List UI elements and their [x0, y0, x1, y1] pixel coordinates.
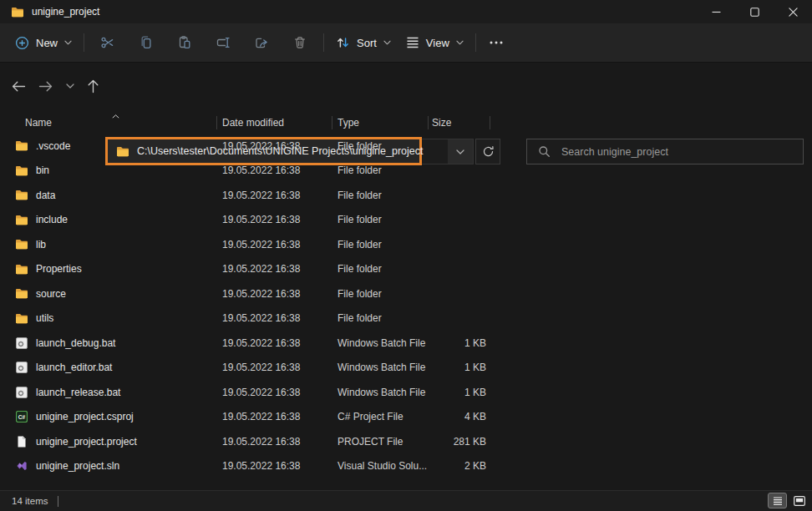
file-date: 19.05.2022 16:38 [216, 362, 332, 373]
table-row[interactable]: launch_release.bat 19.05.2022 16:38 Wind… [0, 380, 812, 405]
file-icon-slot [15, 387, 28, 398]
minimize-button[interactable] [697, 0, 735, 23]
close-button[interactable] [774, 0, 812, 23]
bat-icon [16, 362, 28, 373]
rename-button[interactable] [204, 28, 242, 57]
status-bar: 14 items [0, 490, 812, 511]
column-divider[interactable] [332, 116, 332, 129]
file-name: include [36, 214, 68, 225]
file-name: unigine_project.project [36, 436, 137, 448]
file-date: 19.05.2022 16:38 [216, 239, 332, 250]
csproj-icon: C# [16, 411, 28, 422]
file-type: Windows Batch File [332, 362, 428, 373]
file-name-cell: C# unigine_project.csproj [0, 411, 216, 422]
up-button[interactable] [81, 74, 104, 98]
details-view-button[interactable] [768, 493, 787, 508]
paste-button[interactable] [165, 28, 204, 57]
project-icon [16, 436, 28, 448]
window-title: unigine_project [32, 6, 99, 18]
file-name-cell: utils [0, 312, 216, 324]
table-row[interactable]: .vscode 19.05.2022 16:38 File folder [0, 134, 812, 159]
file-type: File folder [332, 288, 428, 300]
table-row[interactable]: unigine_project.project 19.05.2022 16:38… [0, 429, 812, 454]
file-name: unigine_project.csproj [36, 411, 134, 422]
chevron-down-icon [64, 40, 72, 45]
file-name: unigine_project.sln [36, 460, 119, 472]
file-size: 2 KB [428, 460, 490, 472]
file-name-cell: Properties [0, 263, 216, 275]
table-row[interactable]: bin 19.05.2022 16:38 File folder [0, 159, 812, 184]
column-divider[interactable] [428, 116, 429, 129]
file-type: File folder [332, 164, 428, 176]
recent-locations-button[interactable] [58, 74, 82, 98]
table-row[interactable]: Properties 19.05.2022 16:38 File folder [0, 257, 812, 282]
file-date: 19.05.2022 16:38 [216, 140, 332, 152]
file-icon-slot [15, 190, 28, 200]
table-row[interactable]: unigine_project.sln 19.05.2022 16:38 Vis… [0, 454, 812, 479]
maximize-button[interactable] [735, 0, 774, 23]
column-header-size[interactable]: Size [428, 117, 490, 129]
file-type: PROJECT File [332, 436, 428, 448]
items-count: 14 items [12, 496, 48, 506]
table-row[interactable]: lib 19.05.2022 16:38 File folder [0, 232, 812, 257]
file-type: C# Project File [332, 411, 428, 422]
title-bar[interactable]: unigine_project [0, 0, 812, 23]
bat-icon [16, 337, 28, 349]
cut-button[interactable] [89, 28, 127, 57]
large-icons-view-button[interactable] [789, 493, 809, 508]
column-header-name[interactable]: Name [0, 117, 216, 129]
sln-icon [16, 460, 28, 472]
details-view-icon [773, 497, 783, 505]
forward-button[interactable] [33, 74, 57, 98]
column-header-type[interactable]: Type [332, 117, 428, 129]
more-options-button[interactable] [480, 28, 512, 57]
file-type: Visual Studio Solu... [332, 460, 428, 472]
column-divider[interactable] [490, 116, 490, 129]
file-name-cell: include [0, 214, 216, 225]
table-row[interactable]: launch_debug.bat 19.05.2022 16:38 Window… [0, 331, 812, 356]
sort-ascending-icon [112, 109, 119, 121]
chevron-down-icon [456, 40, 464, 45]
column-header-date-modified[interactable]: Date modified [216, 117, 332, 129]
folder-icon [11, 7, 24, 18]
table-row[interactable]: utils 19.05.2022 16:38 File folder [0, 306, 812, 331]
file-type: File folder [332, 140, 428, 152]
file-name-cell: launch_release.bat [0, 387, 216, 398]
bat-icon [16, 387, 28, 398]
navigation-bar: C:\Users\tester\Documents\UNIGINE Projec… [0, 63, 812, 111]
file-icon-slot [15, 140, 28, 151]
file-name-cell: unigine_project.sln [0, 460, 216, 472]
toolbar-separator [323, 33, 324, 52]
copy-button[interactable] [127, 28, 165, 57]
new-button[interactable]: New [8, 28, 79, 57]
file-name: data [36, 190, 55, 201]
sort-button[interactable]: Sort [328, 28, 398, 57]
file-date: 19.05.2022 16:38 [216, 288, 332, 300]
table-row[interactable]: C# unigine_project.csproj 19.05.2022 16:… [0, 405, 812, 430]
table-row[interactable]: launch_editor.bat 19.05.2022 16:38 Windo… [0, 356, 812, 381]
folder-icon [15, 313, 28, 324]
file-size: 1 KB [428, 337, 490, 349]
column-divider[interactable] [216, 116, 217, 129]
file-name-cell: lib [0, 239, 216, 250]
arrow-right-icon [38, 81, 53, 92]
table-row[interactable]: include 19.05.2022 16:38 File folder [0, 208, 812, 233]
file-name-cell: launch_editor.bat [0, 362, 216, 373]
file-type: Windows Batch File [332, 337, 428, 349]
file-icon-slot [15, 215, 28, 225]
new-button-label: New [36, 37, 58, 49]
share-button[interactable] [242, 28, 281, 57]
table-row[interactable]: data 19.05.2022 16:38 File folder [0, 183, 812, 208]
file-icon-slot [15, 239, 28, 250]
folder-icon [15, 264, 28, 275]
view-button[interactable]: View [398, 28, 471, 57]
table-row[interactable]: source 19.05.2022 16:38 File folder [0, 281, 812, 306]
file-icon-slot [15, 264, 28, 275]
file-name: bin [36, 164, 49, 176]
file-icon-slot: C# [15, 411, 28, 422]
back-button[interactable] [7, 74, 30, 98]
folder-icon [15, 239, 28, 250]
file-size: 1 KB [428, 387, 490, 398]
folder-icon [15, 215, 28, 225]
delete-button[interactable] [281, 28, 319, 57]
